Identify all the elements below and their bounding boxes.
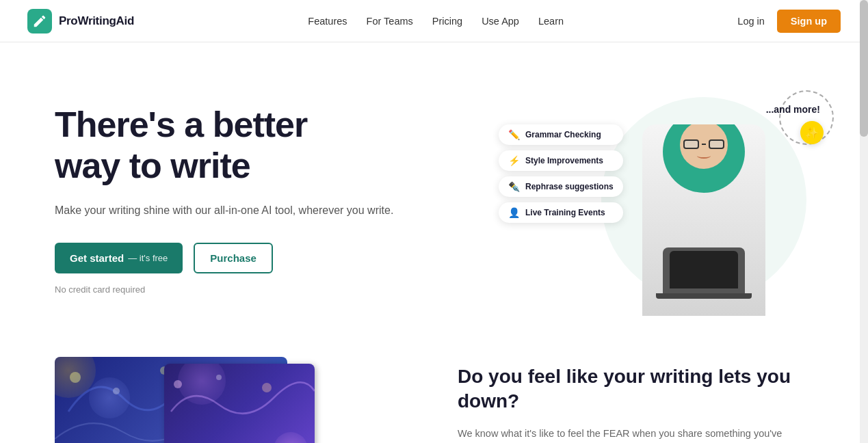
svg-point-4 — [174, 380, 182, 388]
hero-title-line2: way to write — [55, 146, 250, 185]
nav-teams[interactable]: For Teams — [367, 16, 413, 27]
navbar-links: Features For Teams Pricing Use App Learn — [308, 16, 564, 27]
feature-card-style: ⚡ Style Improvements — [499, 150, 623, 171]
hero-title: There's a better way to write — [55, 105, 393, 187]
scrollbar-track[interactable] — [860, 0, 868, 443]
nav-pricing[interactable]: Pricing — [432, 16, 462, 27]
person-figure — [635, 111, 772, 316]
feature-card-rephrase: ✒️ Rephrase suggestions — [499, 176, 623, 197]
get-started-suffix: — it's free — [128, 253, 168, 263]
rephrase-icon: ✒️ — [508, 181, 520, 192]
hero-right: ...and more! ✨ ✏️ Grammar Checking ⚡ Sty… — [526, 83, 813, 316]
section2-left: My idea in my head — [55, 357, 315, 443]
hero-section: There's a better way to write Make your … — [0, 42, 868, 343]
art-overlay-svg — [164, 364, 315, 443]
section2-right: Do you feel like your writing lets you d… — [458, 364, 813, 443]
nav-learn[interactable]: Learn — [538, 16, 564, 27]
section2: My idea in my head Do you feel like your… — [0, 343, 868, 443]
section2-text: We know what it's like to feel the FEAR … — [458, 425, 813, 443]
logo-icon — [27, 9, 52, 33]
navbar: ProWritingAid Features For Teams Pricing… — [0, 0, 868, 42]
person-smile — [697, 153, 711, 159]
navbar-brand: ProWritingAid — [27, 9, 134, 33]
brand-name: ProWritingAid — [59, 14, 134, 28]
section2-title: Do you feel like your writing lets you d… — [458, 364, 813, 414]
style-icon: ⚡ — [508, 155, 520, 166]
hero-title-line1: There's a better — [55, 105, 307, 144]
feature-cards: ✏️ Grammar Checking ⚡ Style Improvements… — [499, 124, 623, 223]
svg-point-6 — [262, 383, 272, 392]
hero-illustration: ...and more! ✨ ✏️ Grammar Checking ⚡ Sty… — [526, 83, 813, 316]
svg-point-5 — [216, 375, 222, 380]
feature-label-training: Live Training Events — [525, 208, 605, 217]
no-credit-text: No credit card required — [55, 284, 393, 295]
feature-label-style: Style Improvements — [525, 156, 603, 165]
laptop-base — [656, 293, 752, 299]
logo-svg — [32, 14, 47, 29]
laptop — [663, 247, 745, 295]
feature-card-grammar: ✏️ Grammar Checking — [499, 124, 623, 145]
scrollbar-thumb[interactable] — [860, 0, 868, 137]
feature-label-grammar: Grammar Checking — [525, 130, 601, 139]
nav-features[interactable]: Features — [308, 16, 347, 27]
more-label: ...and more! — [766, 104, 820, 115]
hero-left: There's a better way to write Make your … — [55, 105, 393, 294]
nav-use-app[interactable]: Use App — [482, 16, 519, 27]
star-badge: ✨ — [800, 121, 824, 144]
grammar-icon: ✏️ — [508, 129, 520, 140]
get-started-button[interactable]: Get started — it's free — [55, 243, 183, 273]
person-glasses — [683, 139, 724, 149]
person-body — [642, 124, 765, 316]
feature-label-rephrase: Rephrase suggestions — [525, 182, 614, 191]
starry-night-overlay — [164, 364, 315, 443]
svg-point-1 — [113, 388, 120, 394]
login-link[interactable]: Log in — [737, 16, 765, 27]
hero-buttons: Get started — it's free Purchase — [55, 243, 393, 273]
hero-subtitle: Make your writing shine with our all-in-… — [55, 202, 393, 219]
training-icon: 👤 — [508, 207, 520, 218]
purchase-button[interactable]: Purchase — [194, 243, 273, 273]
feature-card-training: 👤 Live Training Events — [499, 202, 623, 223]
navbar-right: Log in Sign up — [737, 10, 841, 33]
get-started-label: Get started — [70, 252, 124, 264]
svg-point-0 — [70, 372, 81, 383]
signup-button[interactable]: Sign up — [777, 10, 841, 33]
art-container: My idea in my head — [55, 357, 315, 443]
